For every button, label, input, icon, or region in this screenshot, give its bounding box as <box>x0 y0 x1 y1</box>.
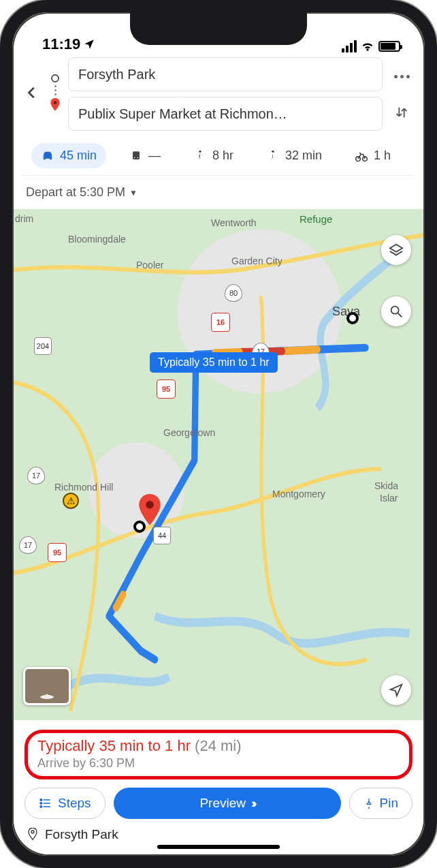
map-label: Islar <box>380 493 398 503</box>
origin-marker <box>346 312 359 324</box>
svg-point-10 <box>391 307 399 314</box>
pin-label: Pin <box>380 796 398 811</box>
next-destination-label: Forsyth Park <box>45 827 118 842</box>
svg-marker-9 <box>390 245 402 252</box>
preview-label: Preview <box>199 796 246 811</box>
route-time: Typically 35 min to 1 hr <box>37 737 191 754</box>
mode-rideshare-label: 32 min <box>285 149 322 163</box>
layers-button[interactable] <box>381 235 411 265</box>
preview-button[interactable]: Preview ›› <box>114 788 341 819</box>
svg-point-3 <box>137 157 139 158</box>
interstate-shield: 95 <box>48 543 67 562</box>
svg-point-18 <box>31 831 34 833</box>
caret-down-icon: ▼ <box>129 188 137 198</box>
pin-button[interactable]: Pin <box>349 788 412 819</box>
svg-point-15 <box>40 799 42 801</box>
us-shield: 80 <box>225 284 242 302</box>
destination-input[interactable]: Publix Super Market at Richmon… <box>68 97 383 131</box>
directions-header: Forsyth Park Publix Super Market at Rich… <box>14 55 423 176</box>
mode-transit-label: — <box>148 149 161 163</box>
map-label: Wentworth <box>211 217 257 228</box>
highlighted-time-info: Typically 35 min to 1 hr (24 mi) Arrive … <box>25 730 412 779</box>
chevrons-right-icon: ›› <box>251 796 255 811</box>
mode-bike[interactable]: 1 h <box>345 143 400 168</box>
mode-drive-label: 45 min <box>60 149 97 163</box>
route-time-tooltip: Typically 35 min to 1 hr <box>150 352 278 373</box>
swap-button[interactable] <box>394 105 409 123</box>
svg-rect-1 <box>133 151 140 159</box>
svg-point-2 <box>134 157 135 158</box>
svg-point-17 <box>40 806 42 808</box>
state-shield: 44 <box>153 527 171 544</box>
back-button[interactable] <box>25 85 39 103</box>
home-indicator[interactable] <box>157 845 280 849</box>
svg-line-11 <box>398 313 402 317</box>
steps-button[interactable]: Steps <box>25 788 106 819</box>
depart-time-label: Depart at 5:30 PM <box>26 185 125 200</box>
interstate-shield: 95 <box>157 379 176 399</box>
mode-walk[interactable]: 8 hr <box>184 143 243 168</box>
interstate-shield: 16 <box>211 313 230 332</box>
next-destination-row[interactable]: Forsyth Park <box>25 819 412 842</box>
mode-rideshare[interactable]: 32 min <box>257 143 331 168</box>
depart-time-button[interactable]: Depart at 5:30 PM ▼ <box>14 176 423 209</box>
origin-input[interactable]: Forsyth Park <box>68 57 383 91</box>
mode-transit[interactable]: — <box>120 143 170 168</box>
svg-point-0 <box>54 101 57 104</box>
map-label: Montgomery <box>272 489 325 499</box>
streetview-thumbnail[interactable] <box>23 667 71 705</box>
mode-drive[interactable]: 45 min <box>31 143 106 168</box>
hazard-icon: ⚠ <box>63 493 79 509</box>
origin-dot-icon <box>51 74 59 82</box>
route-distance: (24 mi) <box>195 737 241 754</box>
phone-frame: 11:19 <box>0 0 437 868</box>
route-markers <box>48 74 63 114</box>
route-summary-card: Typically 35 min to 1 hr (24 mi) Arrive … <box>14 720 423 854</box>
svg-point-5 <box>272 150 274 152</box>
map-label: Refuge <box>300 213 332 225</box>
us-shield: 17 <box>19 536 37 554</box>
map-label: Georgetown <box>163 427 215 438</box>
map-label: Pooler <box>136 260 163 270</box>
notch <box>130 11 307 45</box>
travel-mode-tabs: 45 min — 8 hr 32 min <box>22 131 415 176</box>
status-time: 11:19 <box>42 35 80 53</box>
destination-pin-icon <box>50 98 61 114</box>
svg-point-16 <box>40 803 42 805</box>
more-options-button[interactable] <box>394 65 410 88</box>
state-shield: 204 <box>34 337 52 355</box>
map-label: drim <box>15 213 33 224</box>
location-services-icon <box>83 38 95 50</box>
map-label: Richmond Hill <box>54 482 113 493</box>
us-shield: 17 <box>27 467 45 484</box>
map-canvas[interactable]: drim Wentworth Refuge Bloomingdale Poole… <box>14 209 423 720</box>
wifi-icon <box>361 40 374 53</box>
mode-bike-label: 1 h <box>374 149 391 163</box>
svg-point-8 <box>146 501 154 509</box>
svg-point-4 <box>199 150 201 152</box>
map-label: Skida <box>374 480 398 491</box>
arrive-by: Arrive by 6:30 PM <box>37 756 400 771</box>
cell-signal-icon <box>342 40 357 52</box>
steps-label: Steps <box>58 796 91 811</box>
battery-icon <box>378 41 400 52</box>
map-label: Garden City <box>231 255 282 266</box>
mode-walk-label: 8 hr <box>212 149 233 163</box>
map-label: Bloomingdale <box>68 234 126 245</box>
search-map-button[interactable] <box>381 296 411 326</box>
recenter-button[interactable] <box>381 675 411 705</box>
destination-pin <box>137 494 162 528</box>
